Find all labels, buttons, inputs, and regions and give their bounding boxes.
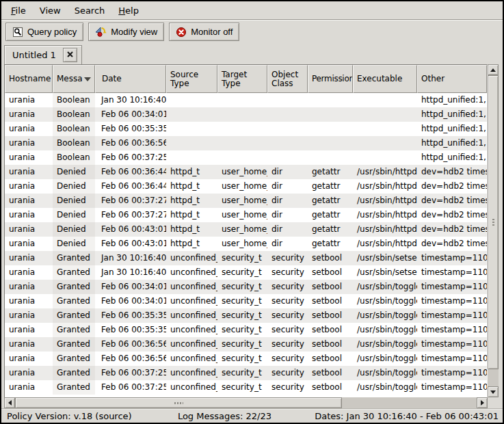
menu-help[interactable]: Help xyxy=(111,3,146,18)
cell-permission: getattr xyxy=(308,179,353,194)
horizontal-scrollbar-thumb[interactable] xyxy=(15,397,342,408)
table-row[interactable]: urania Denied Feb 06 00:36:44 httpd_t us… xyxy=(5,179,487,194)
table-row[interactable]: urania Granted Feb 06 00:36:56 unconfine… xyxy=(5,337,487,352)
scroll-up-button[interactable] xyxy=(488,64,499,75)
cell-date: Feb 06 00:36:56 xyxy=(95,352,166,366)
cell-source-type: unconfined_ xyxy=(166,352,217,366)
tab-close-button[interactable] xyxy=(63,48,77,62)
cell-other: timestamp=11076 xyxy=(417,308,487,323)
arrow-up-icon xyxy=(490,68,496,72)
table-row[interactable]: urania Denied Feb 06 00:37:27 httpd_t us… xyxy=(5,194,487,208)
cell-target-type: user_home_ xyxy=(217,222,267,237)
menu-file[interactable]: File xyxy=(4,3,33,18)
column-header-hostname[interactable]: Hostname xyxy=(5,65,53,93)
cell-target-type xyxy=(217,93,267,107)
table-row[interactable]: urania Denied Feb 06 00:36:44 httpd_t us… xyxy=(5,165,487,179)
table-row[interactable]: urania Granted Feb 06 00:35:35 unconfine… xyxy=(5,308,487,323)
cell-object-class: security xyxy=(267,251,308,265)
app-window: File View Search Help Query policy Modif… xyxy=(0,0,504,424)
table-row[interactable]: urania Denied Feb 06 00:43:01 httpd_t us… xyxy=(5,237,487,251)
cell-message: Granted xyxy=(53,323,95,337)
table-row[interactable]: urania Granted Jan 30 10:16:40 unconfine… xyxy=(5,251,487,265)
column-header-permission[interactable]: Permission xyxy=(308,65,353,93)
column-label: Object Class xyxy=(271,70,307,88)
cell-permission: getattr xyxy=(308,194,353,208)
table-row[interactable]: urania Granted Feb 06 00:36:56 unconfine… xyxy=(5,352,487,366)
menu-view[interactable]: View xyxy=(33,3,68,18)
cell-date: Feb 06 00:34:01 xyxy=(95,294,166,308)
cell-hostname: urania xyxy=(5,136,53,150)
query-policy-button[interactable]: Query policy xyxy=(5,23,83,41)
scroll-down-button[interactable] xyxy=(488,386,499,397)
cell-other: httpd_unified:1, h xyxy=(417,93,487,107)
cell-hostname: urania xyxy=(5,308,53,323)
cell-source-type: httpd_t xyxy=(166,237,217,251)
cell-target-type xyxy=(217,136,267,150)
column-header-date[interactable]: Date xyxy=(95,65,166,93)
cell-hostname: urania xyxy=(5,165,53,179)
table-body: urania Boolean Jan 30 10:16:40 httpd_uni… xyxy=(5,93,487,397)
scroll-left-button[interactable] xyxy=(4,397,15,408)
cell-executable: /usr/sbin/setseb xyxy=(353,265,417,280)
cell-message: Denied xyxy=(53,179,95,194)
table-row[interactable]: urania Denied Feb 06 00:37:27 httpd_t us… xyxy=(5,208,487,222)
table-row[interactable]: urania Boolean Feb 06 00:36:56 httpd_uni… xyxy=(5,136,487,150)
log-view: Hostname Messa Date Source Type Target T… xyxy=(1,64,503,408)
dates-status: Dates: Jan 30 10:16:40 - Feb 06 00:43:01 xyxy=(295,411,503,421)
cell-date: Feb 06 00:37:25 xyxy=(95,366,166,380)
cell-permission: setbool xyxy=(308,294,353,308)
cell-hostname: urania xyxy=(5,294,53,308)
table-row[interactable]: urania Granted Feb 06 00:34:01 unconfine… xyxy=(5,280,487,294)
cell-target-type: security_t xyxy=(217,337,267,352)
cell-date: Feb 06 00:36:56 xyxy=(95,337,166,352)
table-row[interactable]: urania Granted Jan 30 10:16:40 unconfine… xyxy=(5,265,487,280)
cell-target-type xyxy=(217,107,267,122)
table-row[interactable]: urania Granted Feb 06 00:37:25 unconfine… xyxy=(5,366,487,380)
column-header-source-type[interactable]: Source Type xyxy=(166,65,217,93)
table-row[interactable]: urania Boolean Feb 06 00:35:35 httpd_uni… xyxy=(5,122,487,136)
cell-target-type: security_t xyxy=(217,294,267,308)
vertical-scrollbar-thumb[interactable] xyxy=(488,75,499,369)
tab-strip: Untitled 1 xyxy=(1,44,503,64)
thumb-grip xyxy=(174,402,183,404)
cell-other: httpd_unified:1, h xyxy=(417,122,487,136)
table-row[interactable]: urania Boolean Feb 06 00:37:25 httpd_uni… xyxy=(5,150,487,165)
cell-permission: getattr xyxy=(308,222,353,237)
column-header-target-type[interactable]: Target Type xyxy=(217,65,267,93)
cell-hostname: urania xyxy=(5,237,53,251)
cell-message: Denied xyxy=(53,237,95,251)
cell-source-type: unconfined_ xyxy=(166,323,217,337)
column-header-executable[interactable]: Executable xyxy=(353,65,417,93)
column-header-object-class[interactable]: Object Class xyxy=(267,65,308,93)
vertical-scrollbar[interactable] xyxy=(488,64,499,397)
table-row[interactable]: urania Boolean Feb 06 00:34:01 httpd_uni… xyxy=(5,107,487,122)
table-row[interactable]: urania Granted Feb 06 00:34:01 unconfine… xyxy=(5,294,487,308)
table-row[interactable]: urania Granted Feb 06 00:35:35 unconfine… xyxy=(5,323,487,337)
cell-hostname: urania xyxy=(5,107,53,122)
table-row[interactable]: urania Denied Feb 06 00:43:01 httpd_t us… xyxy=(5,222,487,237)
column-header-message[interactable]: Messa xyxy=(53,65,95,93)
menu-search[interactable]: Search xyxy=(68,3,112,18)
scroll-right-button[interactable] xyxy=(477,397,488,408)
cell-target-type: security_t xyxy=(217,366,267,380)
cell-permission xyxy=(308,122,353,136)
cell-message: Granted xyxy=(53,265,95,280)
cell-source-type xyxy=(166,122,217,136)
tab-untitled-1[interactable]: Untitled 1 xyxy=(4,45,82,64)
cell-object-class: dir xyxy=(267,237,308,251)
modify-view-button[interactable]: Modify view xyxy=(88,23,164,41)
table-row[interactable]: urania Boolean Jan 30 10:16:40 httpd_uni… xyxy=(5,93,487,107)
monitor-off-button[interactable]: Monitor off xyxy=(169,23,239,41)
cell-message: Boolean xyxy=(53,107,95,122)
cell-other: dev=hdb2 timesta xyxy=(417,208,487,222)
cell-source-type: unconfined_ xyxy=(166,251,217,265)
cell-source-type: unconfined_ xyxy=(166,366,217,380)
cell-other: timestamp=11076 xyxy=(417,294,487,308)
table-row[interactable]: urania Granted Feb 06 00:37:25 unconfine… xyxy=(5,380,487,395)
table-header: Hostname Messa Date Source Type Target T… xyxy=(5,65,487,93)
column-header-other[interactable]: Other xyxy=(417,65,487,93)
vertical-scrollbar-track[interactable] xyxy=(488,369,499,386)
cell-other: timestamp=11076 xyxy=(417,280,487,294)
horizontal-scrollbar-track[interactable] xyxy=(342,397,477,408)
horizontal-scrollbar[interactable] xyxy=(4,397,488,408)
